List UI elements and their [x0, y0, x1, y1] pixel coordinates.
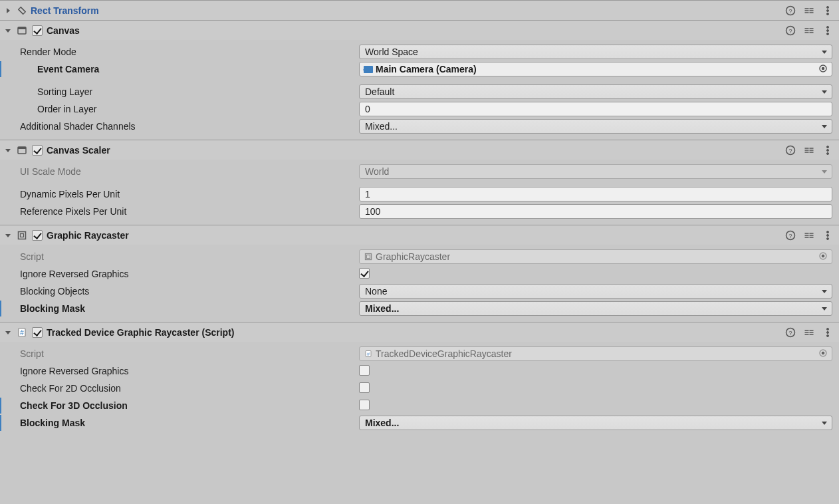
check-for-2d-occlusion-label: Check For 2D Occlusion [4, 383, 359, 394]
enable-checkbox[interactable] [32, 230, 43, 241]
render-mode-dropdown[interactable]: World Space [359, 45, 832, 59]
menu-icon[interactable] [822, 144, 834, 156]
blocking-objects-row: Blocking Objects None [0, 283, 839, 299]
preset-icon[interactable] [803, 5, 815, 17]
object-field-value: Main Camera (Camera) [376, 64, 477, 74]
dropdown-value: Mixed... [365, 121, 398, 132]
reference-pixels-per-unit-row: Reference Pixels Per Unit [0, 203, 839, 219]
rect-transform-header[interactable]: Rect Transform ? [0, 0, 839, 20]
foldout-arrow-icon [4, 7, 12, 15]
help-icon[interactable]: ? [784, 326, 796, 338]
chevron-down-icon [821, 166, 828, 177]
dynamic-pixels-per-unit-input[interactable] [359, 187, 832, 201]
preset-icon[interactable] [803, 326, 815, 338]
order-in-layer-input[interactable] [359, 102, 832, 116]
blocking-objects-dropdown[interactable]: None [359, 284, 832, 299]
chevron-down-icon [821, 47, 828, 57]
check-for-3d-occlusion-row: Check For 3D Occlusion [0, 398, 839, 414]
dropdown-value: Mixed... [365, 303, 399, 314]
reference-pixels-per-unit-label: Reference Pixels Per Unit [4, 206, 359, 217]
dropdown-value: None [365, 286, 387, 297]
svg-point-25 [827, 231, 829, 233]
help-icon[interactable]: ? [784, 5, 796, 17]
chevron-down-icon [821, 418, 828, 428]
svg-point-3 [827, 9, 829, 11]
enable-checkbox[interactable] [32, 327, 43, 338]
ignore-reversed-graphics-checkbox[interactable] [359, 268, 370, 279]
script-row: Script GraphicRaycaster [0, 249, 839, 265]
foldout-arrow-icon [4, 146, 12, 154]
svg-rect-22 [21, 233, 24, 237]
help-icon[interactable]: ? [784, 144, 796, 156]
preset-icon[interactable] [803, 144, 815, 156]
svg-point-13 [822, 68, 824, 70]
svg-text:?: ? [788, 233, 792, 239]
foldout-arrow-icon [4, 328, 12, 336]
object-picker-icon[interactable] [818, 64, 829, 74]
blocking-mask-dropdown[interactable]: Mixed... [359, 416, 832, 430]
svg-rect-29 [367, 255, 370, 259]
canvas-header[interactable]: Canvas ? [0, 20, 839, 40]
script-asset-icon: # [364, 349, 373, 358]
graphic-raycaster-header[interactable]: Graphic Raycaster ? [0, 225, 839, 245]
help-icon[interactable]: ? [784, 25, 796, 37]
ignore-reversed-graphics-checkbox[interactable] [359, 365, 370, 376]
enable-checkbox[interactable] [32, 145, 43, 156]
preset-icon[interactable] [803, 25, 815, 37]
help-icon[interactable]: ? [784, 229, 796, 241]
order-in-layer-label: Order in Layer [4, 104, 359, 114]
svg-text:?: ? [788, 28, 792, 35]
menu-icon[interactable] [822, 25, 834, 37]
svg-point-31 [822, 255, 824, 257]
enable-checkbox[interactable] [32, 25, 43, 36]
blocking-mask-label: Blocking Mask [4, 303, 359, 314]
script-label: Script [4, 251, 359, 262]
dropdown-value: World [365, 166, 389, 177]
canvas-scaler-header[interactable]: Canvas Scaler ? [0, 140, 839, 160]
script-label: Script [4, 348, 359, 359]
event-camera-field[interactable]: Main Camera (Camera) [359, 62, 832, 76]
svg-text:?: ? [788, 330, 792, 336]
dynamic-pixels-per-unit-row: Dynamic Pixels Per Unit [0, 186, 839, 202]
chevron-down-icon [821, 303, 828, 314]
rect-transform-icon [16, 5, 28, 17]
canvas-body: Render Mode World Space Event Camera Mai… [0, 40, 839, 140]
additional-shader-channels-label: Additional Shader Channels [4, 121, 359, 132]
reference-pixels-per-unit-input[interactable] [359, 204, 832, 219]
graphic-raycaster-icon [16, 229, 28, 241]
preset-icon[interactable] [803, 229, 815, 241]
foldout-arrow-icon [4, 27, 12, 35]
blocking-mask-row: Blocking Mask Mixed... [0, 301, 839, 316]
event-camera-row: Event Camera Main Camera (Camera) [0, 61, 839, 77]
check-for-2d-occlusion-row: Check For 2D Occlusion [0, 380, 839, 396]
ui-scale-mode-label: UI Scale Mode [4, 166, 359, 177]
tracked-raycaster-header[interactable]: # Tracked Device Graphic Raycaster (Scri… [0, 322, 839, 342]
blocking-mask-dropdown[interactable]: Mixed... [359, 301, 832, 316]
menu-icon[interactable] [822, 229, 834, 241]
chevron-down-icon [821, 121, 828, 132]
sorting-layer-dropdown[interactable]: Default [359, 84, 832, 99]
svg-text:#: # [367, 351, 370, 357]
script-asset-icon [364, 252, 373, 261]
component-title: Canvas [47, 25, 784, 36]
chevron-down-icon [821, 86, 828, 97]
canvas-icon [16, 25, 28, 37]
svg-point-19 [827, 149, 829, 151]
blocking-objects-label: Blocking Objects [4, 286, 359, 297]
svg-text:#: # [20, 329, 24, 336]
check-for-2d-occlusion-checkbox[interactable] [359, 382, 370, 393]
menu-icon[interactable] [822, 5, 834, 17]
header-actions: ? [784, 144, 835, 156]
check-for-3d-occlusion-checkbox[interactable] [359, 400, 370, 410]
script-field: GraphicRaycaster [359, 249, 832, 264]
header-actions: ? [784, 229, 835, 241]
dropdown-value: Mixed... [365, 418, 399, 428]
render-mode-row: Render Mode World Space [0, 44, 839, 60]
chevron-down-icon [821, 286, 828, 297]
header-actions: ? [784, 5, 835, 17]
menu-icon[interactable] [822, 326, 834, 338]
script-icon: # [16, 326, 28, 338]
additional-shader-channels-dropdown[interactable]: Mixed... [359, 119, 832, 134]
blocking-mask-label: Blocking Mask [4, 418, 359, 428]
svg-point-18 [827, 146, 829, 148]
